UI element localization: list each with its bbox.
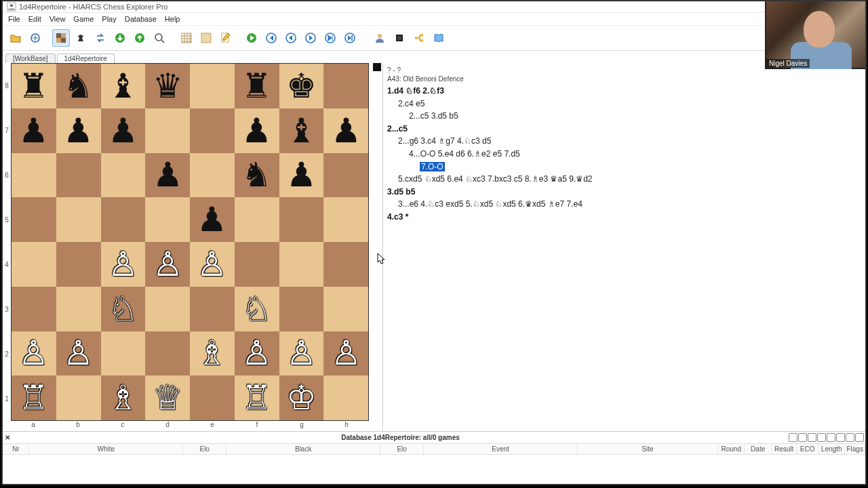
piece-wP[interactable]: ♙ [241,336,272,370]
board-grid-button[interactable] [178,29,195,47]
square[interactable] [235,242,279,287]
move-variation[interactable]: 2...c5 3.d5 b5 [387,110,861,123]
square[interactable]: ♙ [235,331,279,376]
piece-bR[interactable]: ♜ [18,69,49,103]
status-dot-icon[interactable] [817,433,826,442]
menu-view[interactable]: View [50,15,66,23]
square[interactable] [12,153,56,198]
square[interactable] [145,197,190,242]
column-header[interactable]: Date [745,444,771,454]
column-header[interactable]: Nr [3,444,29,454]
square[interactable]: ♟ [323,108,368,153]
column-header[interactable]: Flags [845,444,865,454]
piece-bN[interactable]: ♞ [241,158,272,192]
square[interactable]: ♘ [235,287,279,331]
square[interactable] [56,287,101,331]
square[interactable] [279,287,324,331]
status-dot-icon[interactable] [808,433,816,442]
nav-last-button[interactable] [341,29,359,47]
nav-first-button[interactable] [262,29,280,47]
status-dot-icon[interactable] [827,433,835,442]
square[interactable]: ♛ [145,64,190,108]
piece-bN[interactable]: ♞ [63,69,94,103]
square[interactable]: ♖ [12,375,56,420]
square[interactable] [56,153,101,198]
square[interactable]: ♙ [101,242,146,287]
board-plain-button[interactable] [197,29,215,47]
menu-play[interactable]: Play [102,15,116,23]
square[interactable] [190,64,235,108]
square[interactable]: ♟ [12,108,56,153]
tab-repertoire[interactable]: 1d4Repertoire [57,54,115,63]
piece-wN[interactable]: ♘ [108,292,138,326]
square[interactable]: ♙ [190,242,235,287]
menu-game[interactable]: Game [73,15,94,23]
menu-edit[interactable]: Edit [28,15,41,23]
engine-go-button[interactable] [243,29,260,47]
menu-file[interactable]: File [8,15,20,23]
square[interactable]: ♜ [12,64,56,108]
move-variation[interactable]: 4...O-O 5.e4 d6 6.♗e2 e5 7.d5 [387,148,861,161]
column-header[interactable]: Round [718,444,745,454]
square[interactable] [323,242,368,287]
move-line[interactable]: 4.c3 * [387,211,861,224]
square[interactable]: ♔ [279,375,324,420]
status-dot-icon[interactable] [789,433,797,442]
column-header[interactable]: Elo [183,444,226,454]
piece-wP[interactable]: ♙ [18,336,49,370]
square[interactable] [190,108,235,153]
move-line[interactable]: 1.d4 ♘f6 2.♘f3 [387,85,861,98]
move-list[interactable]: 1.d4 ♘f6 2.♘f3 2.c4 e5 2...c5 3.d5 b5 2.… [387,85,861,224]
square[interactable] [101,197,146,242]
square[interactable]: ♟ [190,197,235,242]
piece-wK[interactable]: ♔ [286,381,317,415]
piece-wB[interactable]: ♗ [197,336,227,370]
open-db-button[interactable] [7,29,24,47]
square[interactable] [190,287,235,331]
piece-bB[interactable]: ♝ [286,114,317,148]
square[interactable]: ♙ [12,331,56,376]
square[interactable] [101,331,146,376]
piece-bB[interactable]: ♝ [108,69,138,103]
piece-bP[interactable]: ♟ [241,114,272,148]
square[interactable]: ♕ [145,375,190,420]
close-panel-icon[interactable]: ✕ [3,434,12,441]
square[interactable] [190,375,235,420]
move-variation[interactable]: 3...e6 4.♘c3 exd5 5.♘xd5 ♘xd5 6.♛xd5 ♗e7… [387,198,861,211]
square[interactable]: ♟ [101,108,146,153]
piece-bP[interactable]: ♟ [18,114,49,148]
piece-wN[interactable]: ♘ [241,292,272,326]
piece-bK[interactable]: ♚ [286,69,317,103]
flip-board-button[interactable] [92,29,109,47]
square[interactable]: ♘ [101,287,146,331]
square[interactable] [56,242,101,287]
status-dot-icon[interactable] [836,433,845,442]
piece-wP[interactable]: ♙ [197,247,227,281]
square[interactable] [235,197,279,242]
move-current[interactable]: 7.O-O [387,161,861,174]
square[interactable]: ♜ [235,64,279,108]
square[interactable]: ♙ [323,331,368,376]
piece-wR[interactable]: ♖ [18,381,49,415]
piece-bP[interactable]: ♟ [153,158,183,192]
move-line[interactable]: 3.d5 b5 [387,186,861,199]
piece-wP[interactable]: ♙ [286,336,317,370]
square[interactable] [323,153,368,198]
piece-bP[interactable]: ♟ [197,203,227,237]
pieces-button[interactable] [72,29,90,47]
piece-wP[interactable]: ♙ [153,247,183,281]
square[interactable]: ♙ [56,331,101,376]
tree-button[interactable] [410,29,428,47]
square[interactable] [56,197,101,242]
move-down-button[interactable] [111,29,129,47]
nav-step-button[interactable] [321,29,339,47]
square[interactable]: ♟ [56,108,101,153]
square[interactable] [323,375,368,420]
column-header[interactable]: Black [226,444,380,454]
piece-bR[interactable]: ♜ [241,69,272,103]
square[interactable] [190,153,235,198]
column-header[interactable]: Length [818,444,845,454]
square[interactable] [12,197,56,242]
square[interactable]: ♞ [56,64,101,108]
piece-wR[interactable]: ♖ [241,381,272,415]
